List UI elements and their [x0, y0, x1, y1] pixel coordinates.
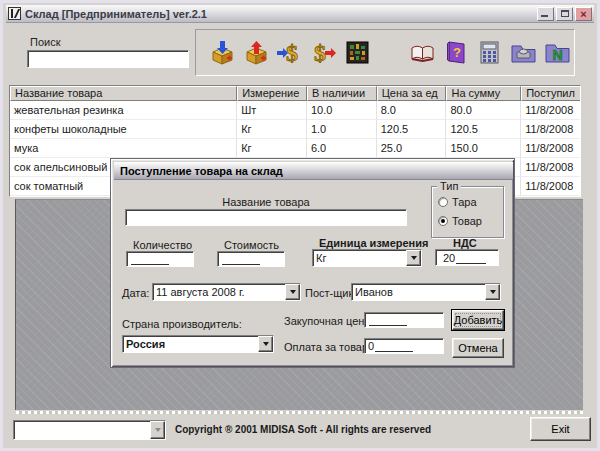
column-header-stock[interactable]: В наличии [307, 86, 377, 101]
date-dropdown-button[interactable] [285, 284, 300, 300]
unit-value: Кг [313, 251, 406, 265]
column-header-price[interactable]: Цена за ед [377, 86, 447, 101]
type-option-label: Товар [452, 215, 482, 227]
product-name-label: Название товара [125, 196, 407, 208]
documents-button[interactable] [507, 34, 541, 72]
table-header-row: Название товара Измерение В наличии Цена… [10, 86, 580, 101]
quantity-input[interactable] [126, 251, 194, 267]
table-row[interactable]: конфеты шоколадные Кг 1.0 120.5 120.5 11… [10, 120, 580, 139]
minimize-button[interactable] [537, 7, 554, 21]
date-picker[interactable]: 11 августа 2008 г. [152, 283, 301, 301]
calculator-button[interactable] [473, 34, 507, 72]
receipt-dialog: Поступление товара на склад Название тов… [110, 158, 515, 368]
money-out-icon: $ [310, 39, 337, 66]
cost-input[interactable] [217, 251, 285, 267]
vat-label: НДС [453, 237, 477, 249]
money-in-icon: $ [276, 39, 303, 66]
app-icon [8, 7, 21, 20]
calculator-icon [476, 39, 503, 66]
date-value: 11 августа 2008 г. [153, 285, 285, 299]
type-radio-tovar[interactable]: Товар [438, 215, 482, 227]
exit-button[interactable]: Exit [530, 417, 591, 441]
radio-unchecked-icon [438, 197, 448, 207]
report-button[interactable] [340, 34, 374, 72]
cell-received: 11/8/2008 [521, 177, 580, 196]
column-header-total[interactable]: На сумму [446, 86, 521, 101]
add-button[interactable]: Добавить [452, 310, 504, 330]
cost-label: Стоимость [224, 239, 279, 251]
column-header-received[interactable]: Поступил [521, 86, 580, 101]
column-header-name[interactable]: Название товара [10, 86, 237, 101]
cell-price: 120.5 [377, 120, 447, 139]
chevron-down-icon [263, 342, 269, 346]
notes-folder-icon: N [544, 39, 571, 66]
cell-unit: Кг [237, 139, 307, 158]
maximize-icon [561, 10, 569, 17]
cancel-button[interactable]: Отмена [452, 338, 504, 358]
money-out-button[interactable]: $ [307, 34, 341, 72]
quantity-label: Количество [133, 239, 192, 251]
chevron-down-icon [290, 290, 296, 294]
product-name-input[interactable] [125, 209, 407, 226]
svg-text:?: ? [453, 45, 461, 60]
supplier-label: Пост-щик: [305, 287, 356, 299]
type-radio-tara[interactable]: Тара [438, 196, 477, 208]
chevron-down-icon [490, 290, 496, 294]
supplier-value: Иванов [352, 285, 485, 299]
search-label: Поиск [30, 36, 60, 48]
cell-stock: 10.0 [307, 101, 377, 120]
type-group: Тип Тара Товар [431, 186, 504, 238]
journal-icon [409, 39, 436, 66]
money-in-button[interactable]: $ [273, 34, 307, 72]
notes-button[interactable]: N [540, 34, 574, 72]
unit-dropdown-button[interactable] [406, 250, 421, 266]
ship-goods-button[interactable] [240, 34, 274, 72]
journal-button[interactable] [406, 34, 440, 72]
copyright-text: Copyright ® 2001 MIDISA Soft - All right… [143, 424, 463, 435]
cell-total: 120.5 [446, 120, 521, 139]
maximize-button[interactable] [556, 7, 573, 21]
cell-stock: 1.0 [307, 120, 377, 139]
ship-goods-icon [243, 39, 270, 66]
input-mask-line [222, 256, 260, 265]
app-window: Склад [Предприниматель] ver.2.1 × Поиск [0, 0, 600, 451]
receive-goods-button[interactable] [206, 34, 240, 72]
cell-name: конфеты шоколадные [10, 120, 237, 139]
cell-name: жевательная резинка [10, 101, 237, 120]
close-icon: × [580, 9, 586, 19]
toolbar: $ $ [195, 29, 575, 76]
dialog-title: Поступление товара на склад [120, 165, 283, 177]
cell-received: 11/8/2008 [521, 101, 580, 120]
window-controls: × [537, 7, 592, 21]
country-label: Страна производитель: [122, 318, 242, 330]
cell-name: мука [10, 139, 237, 158]
cell-price: 25.0 [377, 139, 447, 158]
help-button[interactable]: ? [440, 34, 474, 72]
supplier-combobox[interactable]: Иванов [351, 283, 501, 301]
type-option-label: Тара [452, 196, 477, 208]
payment-input[interactable]: 0 [364, 338, 444, 354]
unit-combobox[interactable]: Кг [312, 249, 422, 267]
window-title: Склад [Предприниматель] ver.2.1 [25, 8, 537, 20]
close-button[interactable]: × [575, 7, 592, 21]
cell-unit: Шт [237, 101, 307, 120]
column-header-unit[interactable]: Измерение [237, 86, 307, 101]
cell-total: 80.0 [446, 101, 521, 120]
vat-input[interactable]: 20 [435, 249, 499, 266]
supplier-dropdown-button[interactable] [485, 284, 500, 300]
country-combobox[interactable]: Россия [122, 335, 274, 353]
purchase-price-label: Закупочная цена [284, 315, 370, 327]
table-row[interactable]: жевательная резинка Шт 10.0 8.0 80.0 11/… [10, 101, 580, 120]
cell-price: 8.0 [377, 101, 447, 120]
input-mask-line [131, 256, 169, 265]
documents-folder-icon [510, 39, 537, 66]
cell-received: 11/8/2008 [521, 120, 580, 139]
country-dropdown-button[interactable] [258, 336, 273, 352]
minimize-icon [541, 15, 548, 17]
table-row[interactable]: мука Кг 6.0 25.0 150.0 11/8/2008 [10, 139, 580, 158]
country-value: Россия [123, 337, 258, 351]
search-input[interactable] [27, 50, 189, 68]
input-mask-line [375, 343, 413, 352]
purchase-price-input[interactable] [364, 312, 444, 328]
window-titlebar: Склад [Предприниматель] ver.2.1 × [6, 5, 594, 23]
